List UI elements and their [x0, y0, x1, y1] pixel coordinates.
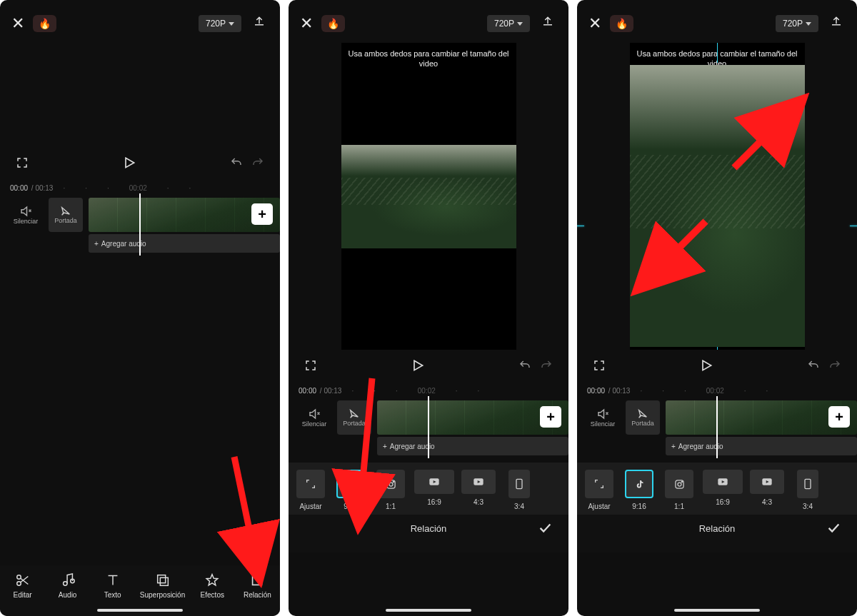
video-clip[interactable]: + — [89, 198, 280, 232]
redo-button[interactable] — [536, 355, 557, 379]
playhead[interactable] — [428, 396, 429, 458]
mute-button[interactable]: Silenciar — [586, 400, 620, 435]
add-audio-button[interactable]: +Agregar audio — [666, 437, 857, 455]
time-ruler: 00:00 / 00:13 ···00:02·· — [577, 384, 857, 396]
ratio-16-9[interactable]: 16:9 — [703, 470, 743, 510]
tool-effects[interactable]: Efectos — [194, 572, 230, 599]
ratio-title: Relación — [303, 523, 554, 534]
redo-button[interactable] — [824, 355, 846, 379]
ratio-title: Relación — [591, 523, 843, 534]
undo-button[interactable] — [226, 152, 247, 176]
resolution-selector[interactable]: 720P — [487, 15, 530, 32]
ratio-adjust[interactable]: Ajustar — [583, 470, 616, 510]
play-button[interactable] — [695, 354, 718, 380]
ratio-4-3[interactable]: 4:3 — [750, 470, 784, 510]
add-audio-button[interactable]: +Agregar audio — [377, 437, 568, 455]
ratio-3-4[interactable]: 3:4 — [791, 470, 824, 510]
video-clip[interactable]: + — [666, 400, 857, 435]
resolution-selector[interactable]: 720P — [776, 15, 818, 32]
video-preview[interactable] — [341, 145, 516, 248]
tool-audio[interactable]: Audio — [50, 572, 86, 599]
ruler-mark: 00:02 — [129, 184, 147, 192]
tool-text[interactable]: Texto — [95, 572, 131, 599]
cover-button[interactable]: Portada — [626, 400, 660, 435]
text-icon — [105, 572, 121, 588]
svg-rect-6 — [253, 576, 262, 585]
play-button[interactable] — [406, 354, 429, 380]
scissors-icon — [15, 572, 31, 588]
trending-button[interactable]: 🔥 — [610, 15, 633, 32]
export-button[interactable] — [538, 13, 557, 34]
confirm-button[interactable] — [826, 520, 841, 538]
canvas-9-16[interactable]: Usa ambos dedos para cambiar el tamaño d… — [341, 43, 516, 350]
close-button[interactable]: ✕ — [300, 14, 313, 33]
screen-3: ✕ 🔥 720P Usa ambos dedos para cambiar el… — [577, 0, 857, 616]
ratio-16-9[interactable]: 16:9 — [414, 470, 454, 510]
undo-button[interactable] — [803, 355, 824, 379]
time-total: 00:13 — [35, 184, 53, 192]
timeline: 00:00 / 00:13 ···00:02·· Silenciar Porta… — [577, 381, 857, 458]
cover-button[interactable]: Portada — [337, 400, 371, 435]
close-button[interactable]: ✕ — [588, 14, 601, 33]
svg-point-16 — [678, 483, 681, 486]
tool-label: Efectos — [201, 591, 224, 599]
video-clip[interactable]: + — [377, 400, 568, 435]
ratio-icon — [249, 572, 265, 588]
time-current: 00:00 — [299, 387, 316, 395]
mute-label: Silenciar — [302, 420, 327, 428]
screen-2: ✕ 🔥 720P Usa ambos dedos para cambiar el… — [289, 0, 568, 616]
undo-button[interactable] — [514, 355, 536, 379]
add-media-button[interactable]: + — [540, 406, 561, 428]
time-sep: / — [29, 184, 35, 192]
add-audio-button[interactable]: +Agregar audio — [89, 234, 280, 253]
tool-ratio[interactable]: Relación — [239, 572, 275, 599]
ruler-marks: ··· 00:02 ·· — [63, 184, 270, 192]
player-controls — [0, 147, 280, 178]
screen-1: ✕ 🔥 720P — [0, 0, 280, 616]
export-button[interactable] — [250, 13, 269, 34]
resolution-label: 720P — [206, 19, 226, 29]
fullscreen-button[interactable] — [11, 152, 33, 176]
canvas-9-16[interactable]: Usa ambos dedos para cambiar el tamaño d… — [630, 43, 805, 350]
ratio-4-3[interactable]: 4:3 — [461, 470, 496, 510]
add-media-button[interactable]: + — [251, 203, 273, 225]
tool-edit[interactable]: Editar — [5, 572, 41, 599]
trending-button[interactable]: 🔥 — [321, 15, 345, 32]
add-media-button[interactable]: + — [828, 406, 850, 428]
playhead[interactable] — [139, 193, 141, 256]
ratio-3-4[interactable]: 3:4 — [503, 470, 536, 510]
mute-button[interactable]: Silenciar — [297, 400, 331, 435]
redo-button[interactable] — [247, 152, 269, 176]
timeline: 00:00 / 00:13 ···00:02·· Silenciar Porta… — [289, 381, 568, 458]
ratio-1-1[interactable]: 1:1 — [663, 470, 696, 510]
fullscreen-button[interactable] — [300, 355, 321, 379]
chevron-down-icon — [229, 22, 234, 26]
ratio-1-1[interactable]: 1:1 — [374, 470, 407, 510]
resolution-selector[interactable]: 720P — [199, 15, 241, 32]
trending-button[interactable]: 🔥 — [33, 15, 56, 32]
mute-button[interactable]: Silenciar — [9, 198, 43, 232]
ratio-9-16[interactable]: 9:16 — [334, 470, 367, 510]
ratio-9-16[interactable]: 9:16 — [623, 470, 656, 510]
timeline-tracks: Silenciar Portada + +Agregar audio — [577, 396, 857, 458]
cover-button[interactable]: Portada — [49, 198, 83, 232]
playhead[interactable] — [716, 396, 718, 458]
play-button[interactable] — [118, 151, 141, 177]
close-button[interactable]: ✕ — [11, 14, 24, 33]
export-button[interactable] — [827, 13, 846, 34]
svg-rect-20 — [805, 479, 811, 488]
tiktok-icon — [346, 479, 356, 490]
tool-overlay[interactable]: Superposición — [140, 572, 185, 599]
svg-line-7 — [234, 457, 255, 557]
ratio-adjust[interactable]: Ajustar — [294, 470, 327, 510]
confirm-button[interactable] — [537, 520, 553, 538]
video-preview[interactable] — [630, 65, 805, 347]
time-total: 00:13 — [612, 387, 630, 395]
preview-area: Usa ambos dedos para cambiar el tamaño d… — [577, 40, 857, 350]
timeline-tracks: Silenciar Portada + +Agregar audio — [289, 396, 568, 458]
svg-point-17 — [681, 481, 682, 482]
alignment-guide — [850, 226, 857, 226]
tool-label: Editar — [13, 591, 31, 599]
svg-rect-13 — [516, 479, 522, 488]
fullscreen-button[interactable] — [588, 355, 610, 379]
